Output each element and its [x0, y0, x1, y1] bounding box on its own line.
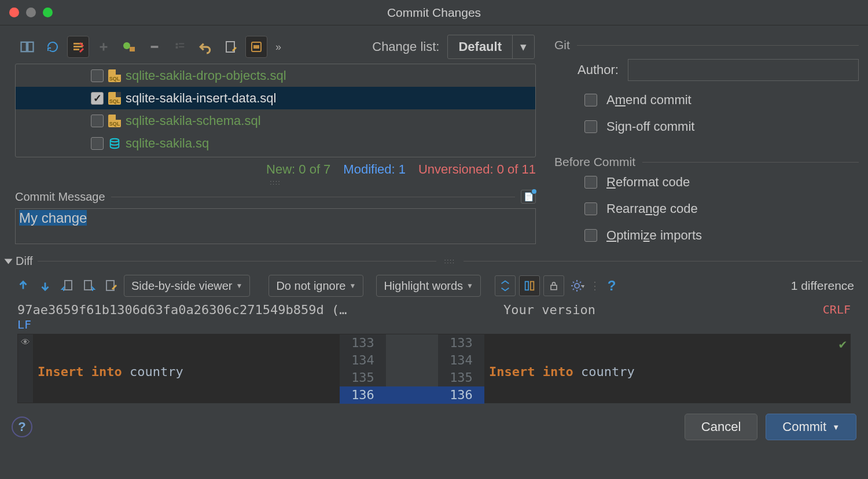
prev-file-icon[interactable] — [58, 277, 76, 295]
cancel-button[interactable]: Cancel — [685, 414, 757, 440]
left-line-numbers: 133 134 135 136 — [340, 334, 386, 403]
git-section-label: Git — [554, 38, 570, 52]
edit-source-icon[interactable] — [102, 277, 120, 295]
svg-point-23 — [575, 283, 579, 288]
diff-toolbar: Side-by-side viewer▼ Do not ignore▼ High… — [0, 271, 868, 300]
signoff-commit-checkbox[interactable] — [584, 120, 597, 133]
titlebar: Commit Changes — [0, 0, 868, 25]
diff-settings-icon[interactable]: ▾ — [568, 277, 586, 295]
diff-section-label: Diff — [16, 255, 33, 268]
svg-rect-10 — [179, 43, 184, 45]
file-row[interactable]: SQL sqlite-sakila-schema.sql — [16, 109, 535, 132]
rearrange-code-checkbox[interactable] — [584, 202, 597, 215]
commit-message-input[interactable]: My change — [15, 208, 536, 244]
svg-rect-20 — [525, 282, 529, 290]
sync-scroll-icon[interactable] — [519, 275, 540, 296]
file-row[interactable]: SQL sqlite-sakila-insert-data.sql — [16, 87, 535, 109]
svg-rect-15 — [253, 45, 259, 49]
diff-right-pane[interactable]: Insert into country (country_id,country,… — [484, 334, 850, 403]
database-icon — [108, 137, 121, 150]
file-checkbox[interactable] — [91, 69, 104, 82]
commit-message-section-header: Commit Message 📄 — [9, 185, 542, 208]
left-revision-label: 97ae3659f61b1306d63fa0a26306c271549b859d… — [17, 303, 347, 317]
gutter-inspections-icon[interactable]: 👁 — [18, 334, 33, 403]
file-checkbox[interactable] — [91, 137, 104, 150]
diff-connector — [386, 334, 438, 403]
amend-commit-label: Amend commit — [606, 93, 692, 108]
file-row[interactable]: SQL sqlite-sakila-drop-objects.sql — [16, 64, 535, 87]
rearrange-code-label: Rearrange code — [606, 201, 698, 216]
remove-icon[interactable] — [144, 36, 165, 58]
prev-change-icon[interactable] — [14, 277, 32, 295]
optimize-imports-checkbox[interactable] — [584, 229, 597, 242]
file-checkbox[interactable] — [91, 92, 104, 105]
code-token: country — [573, 364, 635, 379]
git-section-header: Git — [554, 32, 859, 52]
group-by-directory-button[interactable] — [67, 36, 89, 58]
commit-button[interactable]: Commit ▼ — [766, 414, 856, 440]
file-checkbox[interactable] — [91, 115, 104, 127]
right-revision-label: Your version — [503, 303, 595, 331]
signoff-commit-label: Sign-off commit — [606, 119, 694, 134]
file-name: sqlite-sakila.sq — [126, 136, 209, 151]
readonly-lock-icon[interactable] — [543, 275, 564, 296]
right-line-numbers: 133 134 135 136 — [438, 334, 484, 403]
commit-message-history-button[interactable]: 📄 — [521, 190, 536, 204]
refresh-icon[interactable] — [42, 36, 64, 58]
svg-rect-18 — [84, 281, 91, 290]
move-to-changelist-icon[interactable] — [118, 36, 140, 58]
code-token: Insert into — [38, 364, 122, 379]
reformat-code-label: Reformat code — [606, 175, 690, 190]
code-token: Insert into — [489, 364, 573, 379]
svg-rect-21 — [531, 282, 534, 290]
preview-diff-button[interactable] — [245, 36, 267, 58]
chevron-down-icon[interactable]: ▼ — [832, 423, 840, 432]
files-list[interactable]: SQL sqlite-sakila-drop-objects.sql SQL s… — [15, 64, 536, 157]
splitter-handle[interactable]: :::: — [9, 179, 542, 185]
svg-rect-8 — [130, 47, 135, 51]
sql-file-icon: SQL — [108, 115, 121, 127]
cancel-button-label: Cancel — [701, 419, 741, 434]
left-line-ending: LF — [17, 318, 31, 331]
diff-viewer-dropdown[interactable]: Side-by-side viewer▼ — [124, 275, 250, 297]
file-row[interactable]: sqlite-sakila.sq — [16, 132, 535, 154]
line-number: 134 — [340, 352, 386, 369]
diff-left-pane[interactable]: Insert into country (country_id,country,… — [33, 334, 340, 403]
amend-commit-checkbox[interactable] — [584, 94, 597, 106]
diff-section-header[interactable]: Diff :::: — [0, 251, 868, 271]
collapse-icon[interactable] — [5, 259, 13, 264]
svg-point-16 — [111, 138, 119, 142]
svg-rect-22 — [551, 285, 557, 290]
add-icon — [93, 36, 115, 58]
code-token: country — [122, 364, 183, 379]
diff-viewer[interactable]: 👁 Insert into country (country_id,countr… — [17, 334, 851, 403]
diff-highlight-dropdown[interactable]: Highlight words▼ — [376, 275, 481, 297]
svg-line-6 — [80, 49, 83, 52]
dialog-help-button[interactable]: ? — [12, 417, 32, 437]
help-icon[interactable]: ? — [602, 277, 621, 295]
svg-rect-12 — [179, 46, 184, 47]
diff-ignore-dropdown[interactable]: Do not ignore▼ — [269, 275, 363, 297]
author-label: Author: — [578, 62, 619, 78]
changelist-dropdown[interactable]: Default ▾ — [447, 35, 535, 59]
next-change-icon[interactable] — [36, 277, 54, 295]
bottom-bar: ? Cancel Commit ▼ — [0, 403, 868, 449]
window-title: Commit Changes — [0, 6, 868, 20]
changelist-value: Default — [448, 39, 512, 54]
diff-ignore-value: Do not ignore — [276, 279, 345, 293]
chevron-down-icon[interactable]: ▾ — [512, 35, 534, 58]
commit-message-label: Commit Message — [15, 190, 105, 204]
changelist-label: Change list: — [372, 39, 444, 54]
summary-modified: Modified: 1 — [343, 162, 406, 177]
before-commit-section-label: Before Commit — [554, 155, 635, 169]
rollback-icon[interactable] — [194, 36, 216, 58]
next-file-icon[interactable] — [80, 277, 98, 295]
more-actions-icon[interactable]: » — [275, 41, 281, 53]
author-input[interactable] — [628, 59, 859, 81]
collapse-unchanged-icon[interactable] — [495, 275, 516, 296]
reformat-code-checkbox[interactable] — [584, 176, 597, 189]
diff-icon[interactable] — [16, 36, 38, 58]
edit-source-icon[interactable] — [220, 36, 242, 58]
line-number: 136 — [340, 386, 386, 404]
svg-rect-17 — [65, 281, 72, 290]
